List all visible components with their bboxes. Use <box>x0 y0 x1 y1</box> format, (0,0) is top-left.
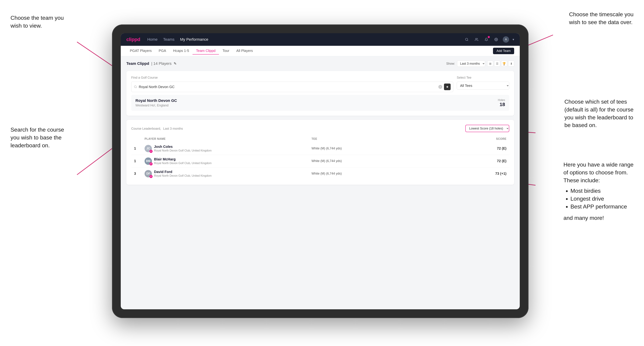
player-count: | 14 Players <box>151 61 172 66</box>
player-avatar-3: DF ♥ <box>144 170 152 177</box>
nav-link-home[interactable]: Home <box>147 37 158 42</box>
holes-number: 18 <box>498 102 505 107</box>
annotation-bottom-left: Search for the course you wish to base t… <box>10 126 64 149</box>
player-score-2: 72 (E) <box>478 159 506 163</box>
player-heart-2: ♥ <box>150 162 152 166</box>
nav-link-teams[interactable]: Teams <box>163 37 174 42</box>
player-club-2: Royal North Devon Golf Club, United King… <box>154 162 212 165</box>
course-search-card: Find a Golf Course × ★ Select Tee <box>126 71 514 116</box>
view-icons: ⊞ ☰ 🏆 ⬇ <box>487 61 514 67</box>
tee-select[interactable]: All Tees <box>457 82 509 90</box>
player-score-3: 73 (+1) <box>478 172 506 176</box>
search-icon[interactable] <box>464 36 470 43</box>
annotation-right-middle: Choose which set of tees (default is all… <box>564 98 634 129</box>
leaderboard-period: Last 3 months <box>163 127 183 130</box>
nav-icons: A ▾ <box>464 36 514 43</box>
svg-point-6 <box>466 38 468 40</box>
show-controls: Show: Last 3 months ⊞ ☰ 🏆 ⬇ <box>446 60 514 67</box>
edit-icon[interactable]: ✎ <box>174 61 176 66</box>
player-name-3: David Ford <box>154 170 212 174</box>
annotation-top-right: Choose the timescale you wish to see the… <box>569 10 634 26</box>
team-title-wrap: Team Clippd | 14 Players ✎ <box>126 61 176 66</box>
sub-nav: PGAT Players PGA Hcaps 1-5 Team Clippd T… <box>121 46 520 56</box>
player-details-1: Josh Coles Royal North Devon Golf Club, … <box>154 145 212 152</box>
tab-tour[interactable]: Tour <box>219 47 233 54</box>
bullet-2: Longest drive <box>570 195 634 203</box>
avatar-dropdown[interactable]: ▾ <box>512 37 514 41</box>
rank-3: 3 <box>134 172 144 176</box>
table-header: PLAYER NAME TEE SCORE <box>131 136 509 142</box>
table-row: 1 JC ♥ Josh Coles Royal North Devon Golf… <box>131 142 509 155</box>
find-course-label: Find a Golf Course <box>131 76 453 79</box>
table-row: 1 BM ♥ Blair McHarg Royal North Devon Go… <box>131 155 509 168</box>
svg-point-9 <box>496 39 497 40</box>
search-input-icon <box>134 85 137 88</box>
player-avatar-2: BM ♥ <box>144 158 152 165</box>
player-score-1: 72 (E) <box>478 147 506 151</box>
table-row: 3 DF ♥ David Ford Royal North Devon Golf… <box>131 168 509 180</box>
score-type-select[interactable]: Lowest Score (18 holes) <box>465 125 509 132</box>
nav-link-myperformance[interactable]: My Performance <box>180 37 208 42</box>
select-tee-label: Select Tee <box>457 76 509 79</box>
holes-badge: Holes 18 <box>498 99 505 107</box>
tablet-screen: clippd Home Teams My Performance <box>121 33 520 309</box>
col-score: SCORE <box>478 137 506 141</box>
content-area: Team Clippd | 14 Players ✎ Show: Last 3 … <box>121 56 520 309</box>
player-tee-1: White (M) (6,744 yds) <box>312 147 478 150</box>
search-clear-button[interactable]: × <box>438 85 442 89</box>
annotation-right-bottom: Here you have a wide range of options to… <box>564 161 634 222</box>
player-info-1: JC ♥ Josh Coles Royal North Devon Golf C… <box>144 145 312 152</box>
player-details-3: David Ford Royal North Devon Golf Club, … <box>154 170 212 177</box>
bell-icon[interactable] <box>483 36 490 43</box>
course-search-field: Find a Golf Course × ★ <box>131 76 453 92</box>
people-icon[interactable] <box>473 36 480 43</box>
grid-view-icon[interactable]: ⊞ <box>487 61 493 67</box>
col-tee: TEE <box>312 137 478 141</box>
player-details-2: Blair McHarg Royal North Devon Golf Club… <box>154 157 212 165</box>
player-info-3: DF ♥ David Ford Royal North Devon Golf C… <box>144 170 312 177</box>
show-period-select[interactable]: Last 3 months <box>457 60 485 67</box>
user-avatar[interactable]: A <box>503 36 509 43</box>
search-input-container: × ★ <box>131 82 453 92</box>
show-label: Show: <box>446 62 455 65</box>
svg-line-11 <box>136 87 136 88</box>
player-heart-3: ♥ <box>150 175 152 178</box>
team-name: Team Clippd <box>126 61 149 66</box>
tab-all-players[interactable]: All Players <box>233 47 256 54</box>
bullet-3: Best APP performance <box>570 203 634 211</box>
leaderboard-title: Course Leaderboard, Last 3 months <box>131 126 183 131</box>
list-view-icon[interactable]: ☰ <box>494 61 500 67</box>
tablet-device: clippd Home Teams My Performance <box>112 24 528 318</box>
course-result: Royal North Devon GC Westward Ho!, Engla… <box>131 95 509 111</box>
tab-pgat-players[interactable]: PGAT Players <box>126 47 155 54</box>
col-player-name: PLAYER NAME <box>144 137 312 141</box>
annotation-extra: and many more! <box>564 214 634 222</box>
col-rank <box>134 137 144 141</box>
tab-hcaps[interactable]: Hcaps 1-5 <box>170 47 192 54</box>
player-tee-3: White (M) (6,744 yds) <box>312 172 478 175</box>
player-name-1: Josh Coles <box>154 145 212 149</box>
svg-line-7 <box>468 40 468 41</box>
settings-icon[interactable] <box>493 36 499 43</box>
rank-1: 1 <box>134 147 144 151</box>
tab-team-clippd[interactable]: Team Clippd <box>192 47 219 54</box>
search-star-button[interactable]: ★ <box>444 84 450 90</box>
course-result-info: Royal North Devon GC Westward Ho!, Engla… <box>136 98 177 107</box>
course-location: Westward Ho!, England <box>136 104 177 107</box>
leaderboard-header: Course Leaderboard, Last 3 months Lowest… <box>131 125 509 132</box>
player-club-3: Royal North Devon Golf Club, United King… <box>154 174 212 177</box>
course-search-input[interactable] <box>139 85 436 89</box>
player-avatar-1: JC ♥ <box>144 145 152 152</box>
player-tee-2: White (M) (6,744 yds) <box>312 159 478 163</box>
trophy-view-icon[interactable]: 🏆 <box>501 61 507 67</box>
download-icon[interactable]: ⬇ <box>508 61 514 67</box>
svg-point-8 <box>476 38 477 39</box>
player-name-2: Blair McHarg <box>154 157 212 161</box>
nav-bar: clippd Home Teams My Performance <box>121 33 520 46</box>
nav-links: Home Teams My Performance <box>147 37 464 42</box>
tab-pga[interactable]: PGA <box>155 47 170 54</box>
rank-2: 1 <box>134 159 144 163</box>
add-team-button[interactable]: Add Team <box>493 48 514 54</box>
holes-label: Holes <box>498 99 505 102</box>
sub-nav-tabs: PGAT Players PGA Hcaps 1-5 Team Clippd T… <box>126 47 256 54</box>
